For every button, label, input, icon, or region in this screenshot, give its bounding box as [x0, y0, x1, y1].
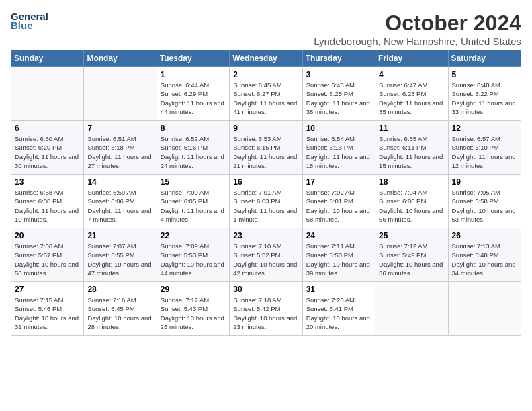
day-number: 22 — [161, 231, 226, 240]
calendar-cell: 2Sunrise: 6:45 AMSunset: 6:27 PMDaylight… — [230, 67, 302, 121]
calendar-cell: 14Sunrise: 6:59 AMSunset: 6:06 PMDayligh… — [84, 175, 157, 228]
day-of-week-sunday: Sunday — [11, 50, 84, 67]
day-info: Sunrise: 6:59 AMSunset: 6:06 PMDaylight:… — [87, 188, 152, 224]
day-number: 10 — [306, 124, 371, 133]
day-number: 11 — [379, 124, 444, 133]
calendar-table: SundayMondayTuesdayWednesdayThursdayFrid… — [11, 50, 521, 336]
day-info: Sunrise: 7:12 AMSunset: 5:49 PMDaylight:… — [379, 242, 444, 277]
calendar-cell: 7Sunrise: 6:51 AMSunset: 6:18 PMDaylight… — [84, 121, 157, 175]
calendar-cell: 25Sunrise: 7:12 AMSunset: 5:49 PMDayligh… — [375, 228, 448, 282]
calendar-week-5: 27Sunrise: 7:15 AMSunset: 5:46 PMDayligh… — [11, 282, 521, 336]
day-info: Sunrise: 6:48 AMSunset: 6:22 PMDaylight:… — [452, 81, 517, 116]
location: Lyndeborough, New Hampshire, United Stat… — [314, 36, 521, 47]
day-info: Sunrise: 6:50 AMSunset: 6:20 PMDaylight:… — [15, 134, 80, 170]
calendar-cell: 15Sunrise: 7:00 AMSunset: 6:05 PMDayligh… — [157, 175, 229, 228]
day-of-week-saturday: Saturday — [448, 50, 521, 67]
calendar-cell: 17Sunrise: 7:02 AMSunset: 6:01 PMDayligh… — [302, 175, 375, 228]
calendar-cell: 9Sunrise: 6:53 AMSunset: 6:15 PMDaylight… — [230, 121, 302, 175]
calendar-cell: 21Sunrise: 7:07 AMSunset: 5:55 PMDayligh… — [84, 228, 157, 282]
day-info: Sunrise: 7:01 AMSunset: 6:03 PMDaylight:… — [233, 188, 298, 224]
day-number: 30 — [233, 285, 298, 294]
day-info: Sunrise: 7:17 AMSunset: 5:43 PMDaylight:… — [161, 295, 226, 331]
calendar-cell: 19Sunrise: 7:05 AMSunset: 5:58 PMDayligh… — [448, 175, 521, 228]
day-number: 29 — [161, 285, 226, 294]
day-info: Sunrise: 6:57 AMSunset: 6:10 PMDaylight:… — [452, 134, 517, 170]
month-title: October 2024 — [314, 11, 521, 36]
calendar-cell: 16Sunrise: 7:01 AMSunset: 6:03 PMDayligh… — [230, 175, 302, 228]
day-number: 8 — [161, 124, 226, 133]
day-info: Sunrise: 7:10 AMSunset: 5:52 PMDaylight:… — [233, 242, 298, 277]
day-info: Sunrise: 7:18 AMSunset: 5:42 PMDaylight:… — [233, 295, 298, 331]
day-number: 21 — [87, 231, 152, 240]
calendar-cell: 20Sunrise: 7:06 AMSunset: 5:57 PMDayligh… — [11, 228, 84, 282]
calendar-cell: 5Sunrise: 6:48 AMSunset: 6:22 PMDaylight… — [448, 67, 521, 121]
day-info: Sunrise: 7:11 AMSunset: 5:50 PMDaylight:… — [306, 242, 371, 277]
day-info: Sunrise: 7:05 AMSunset: 5:58 PMDaylight:… — [452, 188, 517, 224]
day-info: Sunrise: 6:45 AMSunset: 6:27 PMDaylight:… — [233, 81, 298, 116]
day-number: 25 — [379, 231, 444, 240]
calendar-cell: 6Sunrise: 6:50 AMSunset: 6:20 PMDaylight… — [11, 121, 84, 175]
day-info: Sunrise: 6:44 AMSunset: 6:29 PMDaylight:… — [161, 81, 226, 116]
calendar-cell: 10Sunrise: 6:54 AMSunset: 6:13 PMDayligh… — [302, 121, 375, 175]
day-of-week-wednesday: Wednesday — [230, 50, 302, 67]
day-number: 17 — [306, 177, 371, 187]
day-info: Sunrise: 7:02 AMSunset: 6:01 PMDaylight:… — [306, 188, 371, 224]
calendar-cell: 22Sunrise: 7:09 AMSunset: 5:53 PMDayligh… — [157, 228, 229, 282]
day-of-week-monday: Monday — [84, 50, 157, 67]
title-area: October 2024 Lyndeborough, New Hampshire… — [314, 11, 521, 47]
day-info: Sunrise: 6:58 AMSunset: 6:08 PMDaylight:… — [15, 188, 80, 224]
day-number: 1 — [161, 70, 226, 79]
calendar-cell: 31Sunrise: 7:20 AMSunset: 5:41 PMDayligh… — [302, 282, 375, 336]
day-of-week-friday: Friday — [375, 50, 448, 67]
day-number: 3 — [306, 70, 371, 79]
calendar-cell: 11Sunrise: 6:55 AMSunset: 6:11 PMDayligh… — [375, 121, 448, 175]
calendar-cell: 27Sunrise: 7:15 AMSunset: 5:46 PMDayligh… — [11, 282, 84, 336]
days-of-week-row: SundayMondayTuesdayWednesdayThursdayFrid… — [11, 50, 521, 67]
day-info: Sunrise: 7:00 AMSunset: 6:05 PMDaylight:… — [161, 188, 226, 224]
day-number: 12 — [452, 124, 517, 133]
day-info: Sunrise: 7:04 AMSunset: 6:00 PMDaylight:… — [379, 188, 444, 224]
calendar-cell — [448, 282, 521, 336]
day-number: 14 — [87, 177, 152, 187]
day-info: Sunrise: 7:20 AMSunset: 5:41 PMDaylight:… — [306, 295, 371, 331]
day-info: Sunrise: 6:51 AMSunset: 6:18 PMDaylight:… — [87, 134, 152, 170]
calendar-cell — [375, 282, 448, 336]
calendar-cell: 23Sunrise: 7:10 AMSunset: 5:52 PMDayligh… — [230, 228, 302, 282]
day-info: Sunrise: 7:15 AMSunset: 5:46 PMDaylight:… — [15, 295, 80, 331]
day-info: Sunrise: 7:07 AMSunset: 5:55 PMDaylight:… — [87, 242, 152, 277]
day-number: 7 — [87, 124, 152, 133]
calendar-cell: 4Sunrise: 6:47 AMSunset: 6:23 PMDaylight… — [375, 67, 448, 121]
day-info: Sunrise: 7:13 AMSunset: 5:48 PMDaylight:… — [452, 242, 517, 277]
calendar-week-2: 6Sunrise: 6:50 AMSunset: 6:20 PMDaylight… — [11, 121, 521, 175]
day-number: 9 — [233, 124, 298, 133]
day-number: 16 — [233, 177, 298, 187]
calendar-cell: 26Sunrise: 7:13 AMSunset: 5:48 PMDayligh… — [448, 228, 521, 282]
calendar-cell: 8Sunrise: 6:52 AMSunset: 6:16 PMDaylight… — [157, 121, 229, 175]
calendar-cell: 13Sunrise: 6:58 AMSunset: 6:08 PMDayligh… — [11, 175, 84, 228]
day-number: 28 — [87, 285, 152, 294]
calendar-week-4: 20Sunrise: 7:06 AMSunset: 5:57 PMDayligh… — [11, 228, 521, 282]
day-info: Sunrise: 7:06 AMSunset: 5:57 PMDaylight:… — [15, 242, 80, 277]
day-number: 6 — [15, 124, 80, 133]
day-number: 15 — [161, 177, 226, 187]
day-number: 31 — [306, 285, 371, 294]
calendar-week-3: 13Sunrise: 6:58 AMSunset: 6:08 PMDayligh… — [11, 175, 521, 228]
calendar-cell — [84, 67, 157, 121]
calendar-cell: 12Sunrise: 6:57 AMSunset: 6:10 PMDayligh… — [448, 121, 521, 175]
day-info: Sunrise: 6:47 AMSunset: 6:23 PMDaylight:… — [379, 81, 444, 116]
day-number: 13 — [15, 177, 80, 187]
day-number: 23 — [233, 231, 298, 240]
day-of-week-tuesday: Tuesday — [157, 50, 229, 67]
day-info: Sunrise: 7:09 AMSunset: 5:53 PMDaylight:… — [161, 242, 226, 277]
day-info: Sunrise: 6:55 AMSunset: 6:11 PMDaylight:… — [379, 134, 444, 170]
day-number: 27 — [15, 285, 80, 294]
calendar-cell: 30Sunrise: 7:18 AMSunset: 5:42 PMDayligh… — [230, 282, 302, 336]
calendar-cell: 3Sunrise: 6:46 AMSunset: 6:25 PMDaylight… — [302, 67, 375, 121]
calendar-cell: 28Sunrise: 7:16 AMSunset: 5:45 PMDayligh… — [84, 282, 157, 336]
day-info: Sunrise: 7:16 AMSunset: 5:45 PMDaylight:… — [87, 295, 152, 331]
day-of-week-thursday: Thursday — [302, 50, 375, 67]
day-number: 4 — [379, 70, 444, 79]
day-info: Sunrise: 6:46 AMSunset: 6:25 PMDaylight:… — [306, 81, 371, 116]
day-number: 18 — [379, 177, 444, 187]
day-number: 5 — [452, 70, 517, 79]
